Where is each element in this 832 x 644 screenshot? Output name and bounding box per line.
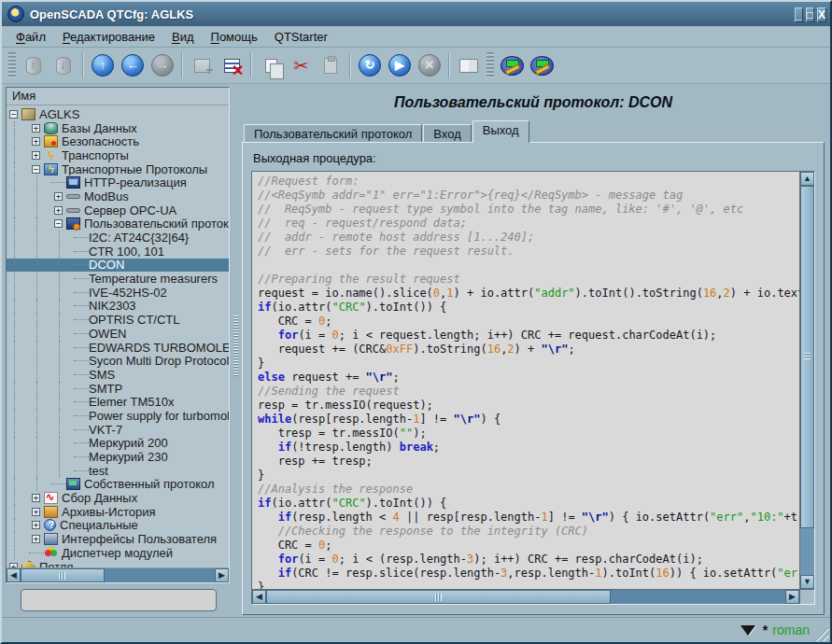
minimize-button[interactable]: _ [795,7,803,22]
tree-item-диспетчер-модулей[interactable]: Диспетчер модулей [7,546,229,560]
tree-item-sms[interactable]: SMS [7,368,229,382]
tree-item-транспортные-протоколы[interactable]: −Транспортные Протоколы [7,162,229,176]
scroll-right-icon[interactable]: ▶ [785,590,799,604]
scroll-left-icon[interactable]: ◀ [252,590,266,604]
scroll-left-icon[interactable]: ◀ [7,568,21,582]
add-item-button[interactable]: + [188,51,216,79]
menu-item-file[interactable]: Файл [7,28,54,46]
editor-vertical-scrollbar[interactable]: ▲ ▼ [799,172,814,589]
expand-icon[interactable]: + [54,192,63,201]
code-editor[interactable]: //Request form://<ReqSymb addr="1" err="… [251,171,815,605]
tree-item-собственный-протокол[interactable]: Собственный протокол [7,478,229,492]
tree-item-owen[interactable]: OWEN [7,327,229,341]
save-to-db-button[interactable]: ↓ [49,51,78,79]
tree-item-nik2303[interactable]: NIK2303 [7,300,229,314]
copy-button[interactable] [257,51,285,79]
title-bar[interactable]: OpenSCADA QTCfg: AGLKS _□X [2,2,830,26]
tree-item-архивы-история[interactable]: +Архивы-История [7,505,229,519]
expand-icon[interactable]: + [32,124,40,133]
tree-item-пользовательский-протокол[interactable]: −Пользовательский протокол [7,217,229,231]
tree-item-транспорты[interactable]: +ϟТранспорты [7,148,229,162]
splitter-grip-icon[interactable] [233,315,238,377]
editor-vscroll-thumb[interactable] [800,186,814,528]
tree-item-специальные[interactable]: +Специальные [7,519,229,533]
expand-icon[interactable]: + [54,206,63,215]
tree-item-modbus[interactable]: +ModBus [7,189,229,203]
toolbar-handle[interactable] [8,52,16,78]
back-button[interactable]: ← [119,51,147,79]
editor-hscroll-track[interactable] [611,590,785,604]
menu-item-edit[interactable]: Редактирование [54,28,163,46]
manual-button[interactable] [455,51,483,79]
scroll-up-icon[interactable]: ▲ [800,172,814,186]
menu-item-help[interactable]: Помощь [203,28,266,46]
tree-item-сервер-opc-ua[interactable]: +Сервер OPC-UA [7,203,229,217]
expand-icon[interactable]: + [32,137,40,146]
delete-item-button[interactable]: ✕ [218,51,246,79]
tree-item-ive-452hs-02[interactable]: IVE-452HS-02 [7,286,229,300]
scroll-down-icon[interactable]: ▼ [800,575,814,589]
tree-item-sycon-multi-drop-protocol[interactable]: Sycon Multi Drop Protocol [7,354,229,368]
toolbar-handle[interactable] [487,52,494,78]
tree-item-elemer-tm510x[interactable]: Elemer TM510x [7,395,229,409]
load-from-db-button[interactable]: ↑ [20,51,48,79]
tree-item-temperature-measurers[interactable]: Temperature measurers [7,272,229,286]
editor-vscroll-track[interactable] [800,528,814,575]
collapse-icon[interactable]: − [54,219,63,228]
cut-button[interactable]: ✂ [287,51,315,79]
expand-icon[interactable]: + [32,151,40,160]
tree-item-петля[interactable]: +Петля [7,560,229,567]
close-button[interactable]: X [817,7,826,22]
tree-hscroll-track[interactable] [105,568,215,582]
tree-item-безопасность[interactable]: +Безопасность [7,134,229,148]
expand-icon[interactable]: + [32,535,40,543]
tree-item-меркурий-200[interactable]: Меркурий 200 [7,437,229,451]
collapse-icon[interactable]: − [32,165,40,174]
code-text-area[interactable]: //Request form://<ReqSymb addr="1" err="… [252,172,799,589]
tab-вход[interactable]: Вход [423,124,471,143]
toolbar-separator [82,53,84,77]
forward-button[interactable]: → [148,51,176,79]
tree-status-field[interactable] [21,589,217,611]
collapse-icon[interactable]: − [9,110,18,119]
tree-horizontal-scrollbar[interactable]: ◀ ▶ [7,567,229,582]
tree-item-power-supply-for-turbomolecular[interactable]: Power supply for turbomolecular [7,409,229,423]
current-user-label[interactable]: roman [772,623,810,637]
tab-пользовательский-протокол[interactable]: Пользовательский протокол [244,124,422,143]
tab-выход[interactable]: Выход [472,120,529,143]
start-button[interactable]: ▶ [386,51,414,79]
tree-item-i2c-at24c-32-64-[interactable]: I2C: AT24C{32|64} [7,231,229,245]
tree-hscroll-thumb[interactable] [21,568,105,582]
window-resize-grip[interactable] [813,625,829,641]
menu-item-qtstarter[interactable]: QTStarter [266,28,336,46]
editor-horizontal-scrollbar[interactable]: ◀ ▶ [252,589,799,604]
tree-item-базы-данных[interactable]: +Базы Данных [7,121,229,135]
panel-splitter[interactable] [230,87,242,615]
tree-item-сбор-данных[interactable]: +Сбор Данных [7,491,229,505]
tree-item-smtp[interactable]: SMTP [7,382,229,396]
qtstarter-qtcfg-button[interactable] [498,51,526,79]
tree-item-test[interactable]: test [7,464,229,478]
tree-item-ctr-100-101[interactable]: CTR 100, 101 [7,245,229,259]
maximize-button[interactable]: □ [806,7,814,22]
tree-item-optris-ct-ctl[interactable]: OPTRIS CT/CTL [7,313,229,327]
tree-item-меркурий-230[interactable]: Меркурий 230 [7,450,229,464]
up-button[interactable]: ↑ [89,51,117,79]
qtstarter-qtvision-button[interactable] [528,51,556,79]
tree-item-vkt-7[interactable]: VKT-7 [7,423,229,437]
expand-icon[interactable]: + [32,494,40,502]
tree-item-aglks[interactable]: −AGLKS [7,107,229,121]
stop-button[interactable]: ✕ [416,51,444,79]
menu-item-view[interactable]: Вид [163,28,203,46]
collapse-triangle-icon[interactable] [740,625,755,636]
tree-item-http-реализация[interactable]: HTTP-реализация [7,175,229,189]
editor-hscroll-thumb[interactable] [266,590,611,604]
expand-icon[interactable]: + [32,508,40,516]
refresh-button[interactable]: ↻ [356,51,384,79]
tree-item-интерфейсы-пользователя[interactable]: +Интерфейсы Пользователя [7,532,229,546]
scroll-right-icon[interactable]: ▶ [215,568,229,582]
expand-icon[interactable]: + [32,521,40,529]
paste-button[interactable] [317,51,345,79]
tree-item-dcon[interactable]: DCON [7,259,229,273]
tree-item-edwards-turbomolecular[interactable]: EDWARDS TURBOMOLECULAR [7,341,229,355]
